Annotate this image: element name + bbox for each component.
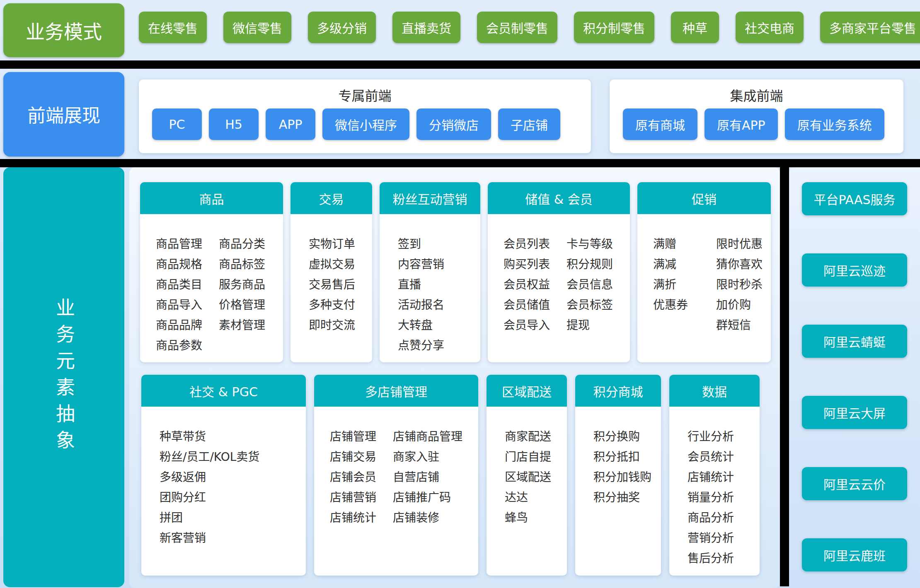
business-model-chip: 多商家平台零售 [820,12,920,43]
feature-item: 满减 [653,254,700,275]
dedicated-frontend-list: PCH5APP微信小程序分销微店子店铺 [152,108,560,140]
abstraction-label-text: 业务元素抽象 [54,298,73,457]
business-model-chip: 会员制零售 [477,12,557,43]
feature-item: 直播 [398,275,444,295]
feature-card-column: 种草带货粉丝/员工/KOL卖货多级返佣团购分红拼团新客营销 [160,427,259,576]
feature-item: 提现 [567,315,613,335]
frontend-chip: H5 [209,108,259,140]
frontend-chip: 分销微店 [416,108,491,140]
feature-item: 店铺交易 [330,447,376,467]
feature-card: 社交 & PGC种草带货粉丝/员工/KOL卖货多级返佣团购分红拼团新客营销 [141,375,306,576]
feature-card-column: 实物订单虚拟交易交易售后多种支付即时交流 [309,234,355,362]
feature-card: 商品商品管理商品规格商品类目商品导入商品品牌商品参数商品分类商品标签服务商品价格… [140,182,283,362]
feature-item: 活动报名 [398,295,444,315]
feature-card-column: 商品管理商品规格商品类目商品导入商品品牌商品参数 [156,234,202,362]
business-models-list: 在线零售微信零售多级分销直播卖货会员制零售积分制零售种草社交电商多商家平台零售 [139,12,920,43]
feature-item: 价格管理 [219,295,265,315]
feature-item: 交易售后 [309,275,355,295]
feature-item: 商品参数 [156,335,202,356]
feature-card: 区域配送商家配送门店自提区域配送达达蜂鸟 [487,375,567,576]
feature-card-title: 交易 [291,182,372,214]
frontend-chip: APP [266,108,315,140]
feature-item: 拼团 [160,508,259,528]
feature-card-body: 签到内容营销直播活动报名大转盘点赞分享 [380,214,480,362]
feature-item: 限时优惠 [716,234,763,254]
feature-card-column: 商家配送门店自提区域配送达达蜂鸟 [505,427,551,576]
feature-item: 商家入驻 [393,447,462,467]
feature-item: 满赠 [653,234,700,254]
feature-item: 自营店铺 [393,467,462,487]
frontend-chip: 微信小程序 [322,108,409,140]
feature-item: 行业分析 [688,427,734,447]
feature-card: 促销满赠满减满折优惠券限时优惠猜你喜欢限时秒杀加价购群短信 [637,182,771,362]
feature-card-title: 积分商城 [575,375,661,407]
integrated-frontend-title: 集成前端 [610,85,903,104]
feature-card-column: 限时优惠猜你喜欢限时秒杀加价购群短信 [716,234,763,362]
feature-card-title: 社交 & PGC [141,375,306,407]
feature-item: 积分抽奖 [593,487,651,508]
feature-card-body: 种草带货粉丝/员工/KOL卖货多级返佣团购分红拼团新客营销 [141,407,306,576]
feature-item: 积分规则 [567,254,613,275]
integrated-frontend-list: 原有商城原有APP原有业务系统 [623,108,884,140]
separator-bar-middle [0,159,920,167]
feature-item: 团购分红 [160,487,259,508]
feature-card-column: 店铺商品管理商家入驻自营店铺店铺推广码店铺装修 [393,427,462,576]
paas-service-chip: 阿里云鹿班 [802,538,907,571]
feature-item: 商家配送 [505,427,551,447]
paas-title-chip: 平台PAAS服务 [802,182,907,215]
feature-card: 积分商城积分换购积分抵扣积分加钱购积分抽奖 [575,375,661,576]
feature-item: 会员储值 [504,295,550,315]
feature-card: 多店铺管理店铺管理店铺交易店铺会员店铺营销店铺统计店铺商品管理商家入驻自营店铺店… [314,375,478,576]
feature-cards-row-1: 商品商品管理商品规格商品类目商品导入商品品牌商品参数商品分类商品标签服务商品价格… [140,182,771,362]
feature-card-title: 粉丝互动营销 [380,182,480,214]
feature-item: 营销分析 [688,528,734,548]
feature-card-title: 多店铺管理 [314,375,478,407]
feature-card-body: 会员列表购买列表会员权益会员储值会员导入卡与等级积分规则会员信息会员标签提现 [488,214,630,362]
paas-panel: 平台PAAS服务 阿里云巡迹阿里云蜻蜓阿里云大屏阿里云云价阿里云鹿班 [789,167,920,588]
feature-item: 售后分析 [688,548,734,569]
feature-item: 店铺统计 [688,467,734,487]
feature-card: 粉丝互动营销签到内容营销直播活动报名大转盘点赞分享 [380,182,480,362]
feature-item: 限时秒杀 [716,275,763,295]
feature-item: 粉丝/员工/KOL卖货 [160,447,259,467]
frontend-label: 前端展现 [3,72,124,157]
separator-bar-vertical [780,167,789,586]
feature-card-body: 行业分析会员统计店铺统计销量分析商品分析营销分析售后分析 [669,407,760,576]
abstraction-panel: 商品商品管理商品规格商品类目商品导入商品品牌商品参数商品分类商品标签服务商品价格… [129,167,780,588]
feature-item: 会员列表 [504,234,550,254]
business-model-chip: 微信零售 [223,12,291,43]
feature-item: 会员权益 [504,275,550,295]
business-model-chip: 直播卖货 [392,12,460,43]
business-model-chip: 在线零售 [139,12,207,43]
feature-item: 门店自提 [505,447,551,467]
business-models-label: 业务模式 [3,3,124,57]
feature-item: 会员信息 [567,275,613,295]
feature-item: 商品分析 [688,508,734,528]
frontend-chip: 原有业务系统 [785,108,884,140]
frontend-chip: 原有APP [705,108,778,140]
feature-item: 卡与等级 [567,234,613,254]
integrated-frontend-card: 集成前端 原有商城原有APP原有业务系统 [610,80,903,153]
business-model-chip: 积分制零售 [574,12,654,43]
feature-item: 购买列表 [504,254,550,275]
feature-item: 点赞分享 [398,335,444,356]
feature-item: 达达 [505,487,551,508]
feature-item: 会员标签 [567,295,613,315]
feature-item: 蜂鸟 [505,508,551,528]
feature-item: 会员统计 [688,447,734,467]
feature-item: 积分抵扣 [593,447,651,467]
feature-item: 新客营销 [160,528,259,548]
dedicated-frontend-card: 专属前端 PCH5APP微信小程序分销微店子店铺 [139,80,591,153]
business-model-chip: 多级分销 [308,12,376,43]
feature-cards-row-2: 社交 & PGC种草带货粉丝/员工/KOL卖货多级返佣团购分红拼团新客营销多店铺… [141,375,760,576]
feature-item: 商品品牌 [156,315,202,335]
feature-item: 虚拟交易 [309,254,355,275]
business-model-chip: 种草 [671,12,719,43]
feature-item: 区域配送 [505,467,551,487]
feature-item: 商品类目 [156,275,202,295]
feature-item: 实物订单 [309,234,355,254]
frontend-chip: PC [152,108,202,140]
paas-service-chip: 阿里云大屏 [802,396,907,429]
feature-card: 交易实物订单虚拟交易交易售后多种支付即时交流 [291,182,372,362]
paas-service-chip: 阿里云云价 [802,467,907,500]
